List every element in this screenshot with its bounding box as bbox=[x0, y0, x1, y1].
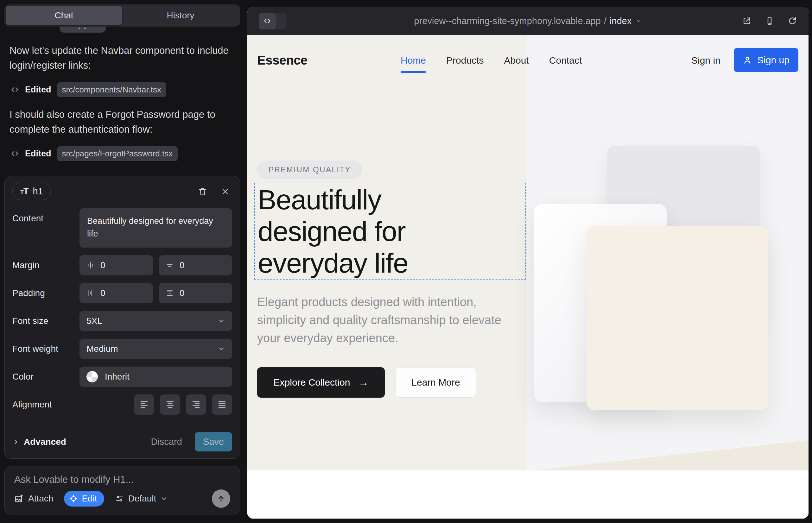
align-center-icon bbox=[165, 400, 175, 409]
font-weight-label: Font weight bbox=[12, 344, 80, 354]
advanced-toggle[interactable]: Advanced bbox=[12, 437, 66, 447]
edit-target-icon bbox=[69, 494, 78, 503]
margin-label: Margin bbox=[12, 260, 80, 270]
arrow-right-icon: → bbox=[358, 377, 368, 389]
url-page: index bbox=[610, 16, 632, 26]
font-weight-select[interactable]: Medium bbox=[80, 339, 232, 359]
learn-more-button[interactable]: Learn More bbox=[395, 367, 476, 398]
align-justify-icon bbox=[217, 400, 227, 409]
mobile-view-icon[interactable] bbox=[765, 16, 774, 26]
attach-image-icon bbox=[14, 494, 24, 503]
chat-history-tabs: Chat History bbox=[4, 4, 240, 26]
editor-header: TT h1 bbox=[12, 183, 232, 200]
site-page: Essence Home Products About Contact Sign… bbox=[247, 35, 809, 519]
color-label: Color bbox=[12, 372, 80, 382]
padding-x-input[interactable]: 0 bbox=[80, 283, 153, 303]
nav-link-about[interactable]: About bbox=[504, 55, 529, 66]
code-icon bbox=[11, 85, 19, 94]
sign-in-link[interactable]: Sign in bbox=[691, 55, 721, 66]
alignment-label: Alignment bbox=[12, 399, 80, 410]
refresh-icon[interactable] bbox=[788, 16, 797, 26]
code-view-toggle[interactable] bbox=[259, 13, 287, 30]
send-button[interactable] bbox=[212, 489, 230, 508]
site-nav-links: Home Products About Contact bbox=[401, 55, 582, 66]
explore-collection-button[interactable]: Explore Collection → bbox=[257, 367, 385, 398]
align-left-button[interactable] bbox=[134, 395, 154, 415]
close-icon[interactable] bbox=[221, 187, 230, 196]
sign-up-button[interactable]: Sign up bbox=[734, 48, 798, 72]
prompt-box: Attach Edit Default bbox=[4, 466, 240, 515]
padding-y-icon bbox=[166, 289, 174, 297]
edited-file-row: Edited src/pages/ForgotPassword.tsx bbox=[11, 146, 178, 161]
chat-message: I should also create a Forgot Password p… bbox=[10, 107, 231, 137]
open-external-icon[interactable] bbox=[742, 16, 752, 26]
section-below-hero bbox=[247, 470, 809, 519]
nav-link-home[interactable]: Home bbox=[401, 55, 426, 66]
margin-x-icon bbox=[86, 261, 95, 269]
chevron-down-icon bbox=[217, 317, 225, 325]
font-size-select[interactable]: 5XL bbox=[80, 311, 232, 331]
chevron-down-icon bbox=[217, 345, 225, 353]
hero-cta-row: Explore Collection → Learn More bbox=[257, 367, 476, 398]
color-select[interactable]: Inherit bbox=[80, 366, 232, 387]
element-editor-panel: TT h1 Content Beautifully designed for e… bbox=[4, 176, 240, 459]
tab-chat[interactable]: Chat bbox=[6, 6, 122, 25]
hero-heading[interactable]: Beautifully designed for everyday life bbox=[258, 184, 408, 279]
url-separator: / bbox=[604, 16, 606, 26]
edited-label: Edited bbox=[25, 149, 51, 159]
hero-paragraph: Elegant products designed with intention… bbox=[257, 293, 514, 347]
edited-label: Edited bbox=[25, 85, 51, 95]
premium-quality-badge: PREMIUM QUALITY bbox=[257, 161, 362, 179]
code-icon bbox=[11, 149, 19, 158]
font-size-label: Font size bbox=[12, 316, 80, 326]
chevron-down-icon bbox=[161, 495, 167, 502]
trash-icon[interactable] bbox=[198, 187, 208, 196]
padding-y-input[interactable]: 0 bbox=[159, 283, 232, 303]
site-logo[interactable]: Essence bbox=[257, 53, 307, 68]
padding-label: Padding bbox=[12, 288, 80, 298]
text-size-icon: TT bbox=[20, 186, 29, 196]
discard-button[interactable]: Discard bbox=[151, 437, 182, 447]
tab-history[interactable]: History bbox=[122, 6, 239, 25]
element-chip: TT h1 bbox=[12, 183, 51, 200]
chat-message: Now let's update the Navbar component to… bbox=[10, 43, 231, 73]
decor-card-cream bbox=[586, 226, 768, 410]
user-icon bbox=[743, 55, 752, 65]
align-justify-button[interactable] bbox=[212, 395, 232, 415]
code-icon bbox=[263, 17, 271, 25]
default-mode-selector[interactable]: Default bbox=[115, 493, 168, 504]
chevron-down-icon bbox=[635, 18, 642, 24]
browser-chrome: preview--charming-site-symphony.lovable.… bbox=[247, 7, 809, 35]
prompt-input[interactable] bbox=[14, 474, 230, 485]
align-center-button[interactable] bbox=[160, 395, 180, 415]
margin-y-input[interactable]: 0 bbox=[159, 255, 232, 275]
content-label: Content bbox=[12, 208, 80, 223]
site-navbar: Essence Home Products About Contact Sign… bbox=[247, 46, 809, 77]
clipped-chip bbox=[59, 26, 106, 33]
preview-window: preview--charming-site-symphony.lovable.… bbox=[247, 7, 809, 519]
attach-button[interactable]: Attach bbox=[14, 493, 53, 504]
padding-x-icon bbox=[86, 289, 95, 297]
send-up-arrow-icon bbox=[217, 494, 226, 503]
h1-selection-outline[interactable]: Beautifully designed for everyday life bbox=[254, 183, 526, 279]
edit-mode-button[interactable]: Edit bbox=[64, 491, 104, 507]
nav-link-products[interactable]: Products bbox=[446, 55, 483, 66]
align-left-icon bbox=[139, 400, 149, 409]
nav-link-contact[interactable]: Contact bbox=[549, 55, 582, 66]
file-path-pill[interactable]: src/components/Navbar.tsx bbox=[57, 82, 166, 97]
url-domain: preview--charming-site-symphony.lovable.… bbox=[414, 16, 601, 26]
sliders-icon bbox=[115, 494, 124, 503]
file-path-pill[interactable]: src/pages/ForgotPassword.tsx bbox=[57, 146, 178, 161]
content-input[interactable]: Beautifully designed for everyday life bbox=[80, 208, 232, 248]
align-right-button[interactable] bbox=[186, 395, 206, 415]
edited-file-row: Edited src/components/Navbar.tsx bbox=[11, 82, 166, 97]
element-tag: h1 bbox=[33, 186, 43, 197]
margin-x-input[interactable]: 0 bbox=[80, 255, 153, 275]
color-swatch-icon bbox=[86, 371, 98, 382]
save-button[interactable]: Save bbox=[195, 432, 232, 451]
align-right-icon bbox=[191, 400, 201, 409]
margin-y-icon bbox=[166, 261, 174, 269]
url-bar[interactable]: preview--charming-site-symphony.lovable.… bbox=[414, 16, 642, 26]
chat-sidebar: Chat History Now let's update the Navbar… bbox=[0, 0, 247, 523]
chevron-right-icon bbox=[12, 438, 19, 446]
